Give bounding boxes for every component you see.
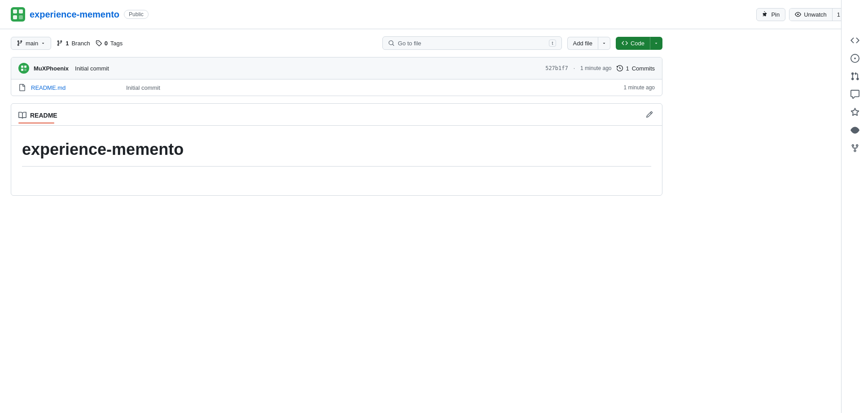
svg-rect-6 [21,66,23,68]
commit-author[interactable]: MuXPhoenix [34,65,69,72]
code-button-group: Code [616,37,662,50]
svg-rect-2 [19,9,23,13]
sidebar-watch-icon [850,126,859,135]
file-name[interactable]: README.md [31,84,121,91]
sidebar-item-issues[interactable] [850,54,859,63]
svg-rect-4 [19,15,23,19]
readme-title-row: README [18,111,57,119]
main-content: main 1 Branch 0 Tags Go to fil [0,29,673,196]
branch-chevron-icon [41,41,45,45]
sidebar-issues-icon [850,54,859,63]
sidebar-item-star[interactable] [850,108,859,117]
search-shortcut-badge: t [549,40,556,47]
book-icon [18,111,26,119]
commits-count: 1 [626,65,629,72]
add-file-label: Add file [573,40,592,47]
eye-icon [795,11,801,18]
commit-hash[interactable]: 527b1f7 [545,65,568,71]
branch-name: main [26,40,38,47]
commit-dot: · [574,65,575,71]
add-file-button-group: Add file [567,37,610,50]
branch-count-number: 1 [66,40,69,47]
file-commit-msg: Initial commit [126,84,618,91]
code-chevron-icon [654,41,658,45]
unwatch-main-button[interactable]: Unwatch [789,9,833,21]
branch-selector[interactable]: main [11,37,51,50]
branch-icon [17,40,23,46]
repo-header: experience-memento Public Pin Unwatch 1 [0,0,868,29]
readme-underline-wrapper [11,123,662,123]
code-icon [622,40,628,46]
commit-left: MuXPhoenix Initial commit [18,63,109,74]
file-icon [18,84,26,91]
commit-right: 527b1f7 · 1 minute ago 1 Commits [545,65,655,72]
add-file-dropdown-button[interactable] [598,37,610,50]
repo-logo-icon [11,7,25,22]
readme-section: README experience-memento [11,103,662,196]
pin-label: Pin [771,11,780,18]
add-file-chevron-icon [602,41,606,45]
tag-count-link[interactable]: 0 Tags [96,40,123,47]
search-icon [388,40,395,46]
code-button[interactable]: Code [616,37,650,50]
branch-count-icon [57,40,63,46]
file-time: 1 minute ago [624,84,655,91]
sidebar-item-pr[interactable] [850,72,859,81]
sidebar-star-icon [850,108,859,117]
commits-label: Commits [632,65,655,72]
unwatch-label: Unwatch [804,11,827,18]
search-placeholder: Go to file [398,40,421,47]
readme-heading: experience-memento [22,140,651,159]
commit-time: 1 minute ago [580,65,611,71]
branch-count-link[interactable]: 1 Branch [57,40,90,47]
author-avatar [18,63,29,74]
sidebar-item-actions[interactable] [850,90,859,99]
history-icon [617,65,623,71]
repo-toolbar: main 1 Branch 0 Tags Go to fil [0,29,673,57]
readme-underline [18,123,54,123]
tag-count-number: 0 [105,40,108,47]
public-badge: Public [124,10,149,19]
repo-header-left: experience-memento Public [11,7,149,22]
file-browser: MuXPhoenix Initial commit 527b1f7 · 1 mi… [11,57,662,96]
sidebar-actions-icon [850,90,859,99]
commits-link[interactable]: 1 Commits [617,65,655,72]
repo-name[interactable]: experience-memento [30,9,119,20]
add-file-button[interactable]: Add file [567,37,598,50]
sidebar-fork-icon [850,144,859,153]
right-sidebar [841,0,868,203]
svg-rect-1 [13,9,17,13]
sidebar-pr-icon [850,72,859,81]
sidebar-item-fork[interactable] [850,144,859,153]
search-box[interactable]: Go to file t [382,36,562,50]
tag-icon [96,40,102,46]
code-dropdown-button[interactable] [650,37,662,50]
svg-rect-7 [24,66,26,68]
code-label: Code [631,40,644,47]
sidebar-code-icon [850,36,859,45]
svg-rect-0 [11,7,25,22]
pin-button[interactable]: Pin [756,8,785,21]
svg-rect-3 [13,15,17,19]
sidebar-item-watch[interactable] [850,126,859,135]
readme-title: README [30,112,57,119]
svg-rect-8 [21,69,23,71]
readme-header: README [11,104,662,122]
readme-edit-button[interactable] [644,109,655,122]
readme-content-divider [22,166,651,167]
pin-icon [762,11,768,18]
tag-count-label: Tags [110,40,123,47]
commit-info-row: MuXPhoenix Initial commit 527b1f7 · 1 mi… [11,57,662,79]
table-row: README.md Initial commit 1 minute ago [11,79,662,96]
pencil-icon [646,111,653,118]
sidebar-item-code[interactable] [850,36,859,45]
branch-count-label: Branch [71,40,90,47]
svg-rect-9 [24,69,26,71]
commit-message: Initial commit [75,65,109,72]
readme-content: experience-memento [11,126,662,195]
